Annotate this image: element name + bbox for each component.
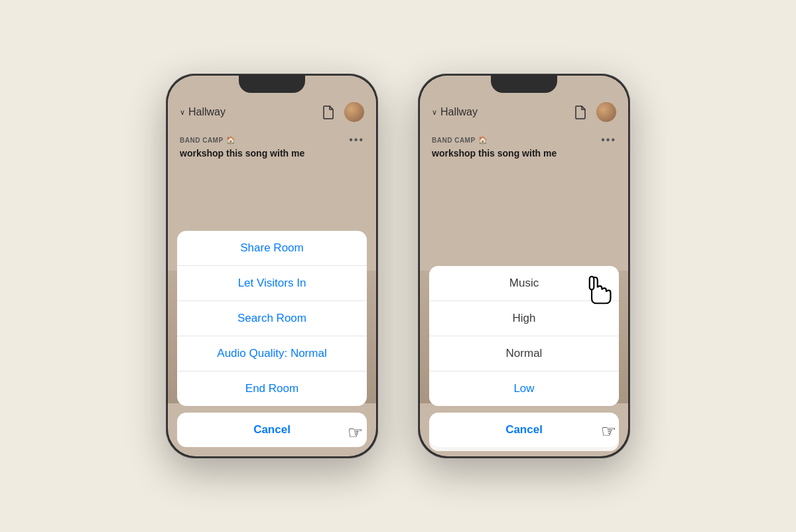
audio-quality-button[interactable]: Audio Quality: Normal	[177, 336, 367, 371]
let-visitors-button[interactable]: Let Visitors In	[177, 265, 367, 300]
chevron-icon-left: ∨	[180, 108, 185, 117]
doc-icon-left[interactable]	[320, 104, 336, 120]
avatar-image-right	[596, 102, 616, 122]
home-icon-left: 🏠	[226, 136, 236, 145]
phone-screen-left: ∨ Hallway	[168, 76, 376, 456]
quality-high-button[interactable]: High	[429, 300, 619, 336]
avatar-image-left	[344, 102, 364, 122]
hallway-title-left: Hallway	[188, 106, 226, 118]
menu-dots-left[interactable]: •••	[349, 134, 364, 146]
header-icons-left	[320, 102, 364, 122]
phone-notch-left	[239, 76, 305, 93]
doc-icon-right[interactable]	[572, 104, 588, 120]
action-sheet-container-right: Music High Normal Low Cancel	[420, 165, 628, 456]
quality-low-button[interactable]: Low	[429, 371, 619, 406]
room-title-row-right: BAND CAMP 🏠 •••	[432, 134, 616, 146]
room-title-right: workshop this song with me	[432, 148, 616, 159]
header-title-left[interactable]: ∨ Hallway	[180, 106, 226, 118]
phone-right: ∨ Hallway	[418, 74, 630, 458]
action-sheet-left: Share Room Let Visitors In Search Room A…	[177, 231, 367, 406]
quality-music-button[interactable]: Music	[429, 266, 619, 300]
action-sheet-container-left: Share Room Let Visitors In Search Room A…	[168, 165, 376, 456]
avatar-left[interactable]	[344, 102, 364, 122]
share-room-button[interactable]: Share Room	[177, 231, 367, 265]
action-sheet-right: Music High Normal Low	[429, 266, 619, 406]
cancel-button-left[interactable]: Cancel	[177, 413, 367, 447]
cancel-button-right[interactable]: Cancel	[429, 413, 619, 447]
room-info-left: BAND CAMP 🏠 ••• workshop this song with …	[168, 129, 376, 165]
header-icons-right	[572, 102, 616, 122]
quality-normal-button[interactable]: Normal	[429, 336, 619, 371]
chevron-icon-right: ∨	[432, 108, 437, 117]
avatar-right[interactable]	[596, 102, 616, 122]
room-title-left: workshop this song with me	[180, 148, 364, 159]
phone-frame-right: ∨ Hallway	[418, 74, 630, 458]
phone-screen-right: ∨ Hallway	[420, 76, 628, 456]
phone-frame-left: ∨ Hallway	[166, 74, 378, 458]
home-icon-right: 🏠	[478, 136, 488, 145]
room-band-right: BAND CAMP 🏠	[432, 136, 488, 145]
phone-left: ∨ Hallway	[166, 74, 378, 458]
menu-dots-right[interactable]: •••	[601, 134, 616, 146]
room-info-right: BAND CAMP 🏠 ••• workshop this song with …	[420, 129, 628, 165]
search-room-button[interactable]: Search Room	[177, 300, 367, 336]
hallway-title-right: Hallway	[440, 106, 478, 118]
end-room-button[interactable]: End Room	[177, 371, 367, 406]
header-title-right[interactable]: ∨ Hallway	[432, 106, 478, 118]
room-band-left: BAND CAMP 🏠	[180, 136, 235, 145]
room-title-row-left: BAND CAMP 🏠 •••	[180, 134, 364, 146]
phone-notch-right	[491, 76, 557, 93]
